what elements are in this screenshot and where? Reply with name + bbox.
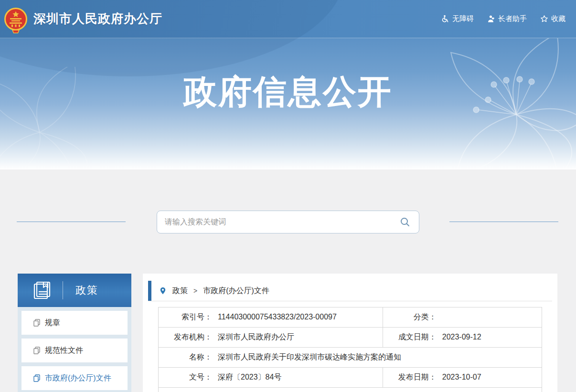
elder-person-icon xyxy=(487,15,495,23)
document-meta-table: 索引号：114403000075433823/2023-00097 分类： 发布… xyxy=(158,307,542,392)
empty-cell xyxy=(159,388,542,392)
banner: 政府信息公开 xyxy=(0,38,576,170)
sidebar: 政策 规章 规范性文件 xyxy=(18,274,131,392)
field-label: 发布日期： xyxy=(383,372,437,382)
doc-number-cell: 文号：深府〔2023〕84号 xyxy=(159,368,383,388)
field-label: 文号： xyxy=(159,372,212,382)
sidebar-item-label: 规章 xyxy=(45,318,60,328)
sidebar-item-normative-docs[interactable]: 规范性文件 xyxy=(21,339,128,362)
table-row: 索引号：114403000075433823/2023-00097 分类： xyxy=(159,307,542,328)
field-value: 深圳市人民政府办公厅 xyxy=(218,333,294,341)
search-button[interactable] xyxy=(399,216,411,228)
publish-date-cell: 发布日期：2023-10-07 xyxy=(383,368,542,388)
sidebar-item-label: 规范性文件 xyxy=(45,346,83,356)
document-icon xyxy=(33,319,41,327)
breadcrumb: 政策 > 市政府(办公厅)文件 xyxy=(148,281,552,301)
table-row xyxy=(159,388,542,392)
field-label: 发布机构： xyxy=(159,332,212,342)
document-icon xyxy=(33,374,41,382)
favorite-link[interactable]: 收藏 xyxy=(540,14,565,23)
search-input[interactable] xyxy=(165,218,399,226)
elder-assist-link[interactable]: 长者助手 xyxy=(487,14,527,23)
star-icon xyxy=(540,15,548,23)
document-icon xyxy=(33,347,41,354)
breadcrumb-accent-bar xyxy=(148,281,151,301)
policy-book-icon xyxy=(32,280,52,300)
field-value: 2023-10-07 xyxy=(442,373,481,381)
search-row xyxy=(0,211,576,233)
accessibility-link[interactable]: 无障碍 xyxy=(441,14,474,23)
main-card: 政策 > 市政府(办公厅)文件 索引号：114403000075433823/2… xyxy=(143,274,557,392)
field-value: 114403000075433823/2023-00097 xyxy=(218,313,337,321)
field-label: 名称： xyxy=(159,352,212,362)
site-home-link[interactable]: 深圳市人民政府办公厅 xyxy=(4,4,162,34)
sidebar-item-municipal-docs[interactable]: 市政府(办公厅)文件 xyxy=(21,366,128,390)
table-row: 文号：深府〔2023〕84号 发布日期：2023-10-07 xyxy=(159,368,542,388)
content-section: 政策 规章 规范性文件 xyxy=(0,170,576,392)
field-label: 索引号： xyxy=(159,312,212,322)
index-number-cell: 索引号：114403000075433823/2023-00097 xyxy=(159,307,383,328)
search-box xyxy=(157,211,419,233)
publisher-cell: 发布机构：深圳市人民政府办公厅 xyxy=(159,328,383,348)
field-value: 深圳市人民政府关于印发深圳市碳达峰实施方案的通知 xyxy=(218,353,401,361)
two-column-layout: 政策 规章 规范性文件 xyxy=(18,274,557,392)
field-label: 成文日期： xyxy=(383,332,437,342)
written-date-cell: 成文日期：2023-09-12 xyxy=(383,328,542,348)
document-name-cell: 名称：深圳市人民政府关于印发深圳市碳达峰实施方案的通知 xyxy=(159,348,542,368)
field-value: 2023-09-12 xyxy=(442,333,481,341)
page-title: 政府信息公开 xyxy=(0,38,576,110)
breadcrumb-current: 市政府(办公厅)文件 xyxy=(203,286,269,296)
field-value: 深府〔2023〕84号 xyxy=(218,373,281,381)
elder-assist-label: 长者助手 xyxy=(498,14,527,23)
site-title: 深圳市人民政府办公厅 xyxy=(33,11,162,27)
field-label: 分类： xyxy=(383,312,437,322)
breadcrumb-link-policy[interactable]: 政策 xyxy=(172,286,188,296)
national-emblem-icon xyxy=(4,7,28,34)
favorite-label: 收藏 xyxy=(551,14,565,23)
table-row: 发布机构：深圳市人民政府办公厅 成文日期：2023-09-12 xyxy=(159,328,542,348)
sidebar-title: 政策 xyxy=(75,283,98,297)
sidebar-header: 政策 xyxy=(18,274,131,307)
top-links: 无障碍 长者助手 收藏 xyxy=(441,14,565,23)
category-cell: 分类： xyxy=(383,307,542,328)
top-bar: 深圳市人民政府办公厅 无障碍 长者 xyxy=(0,0,576,38)
search-icon xyxy=(400,217,410,227)
sidebar-item-label: 市政府(办公厅)文件 xyxy=(45,373,111,383)
breadcrumb-separator: > xyxy=(193,287,197,295)
accessibility-label: 无障碍 xyxy=(452,14,474,23)
location-pin-icon xyxy=(159,287,167,295)
wheelchair-icon xyxy=(441,15,449,23)
sidebar-header-divider xyxy=(63,281,63,299)
page: 深圳市人民政府办公厅 无障碍 长者 xyxy=(0,0,576,392)
table-row: 名称：深圳市人民政府关于印发深圳市碳达峰实施方案的通知 xyxy=(159,348,542,368)
sidebar-item-regulations[interactable]: 规章 xyxy=(21,311,128,335)
